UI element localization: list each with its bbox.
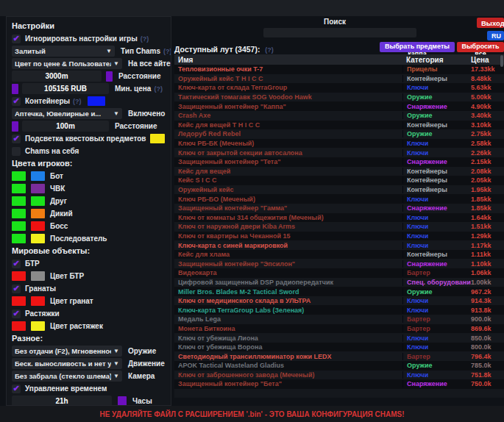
ignore-game-settings-label: Игнорировать настройки игры: [25, 35, 138, 43]
table-row[interactable]: Ледоруб Red Rebel Оружие 2.75kk: [174, 129, 504, 139]
color-swatch-primary[interactable]: [12, 296, 26, 306]
color-swatch-secondary[interactable]: [31, 321, 45, 331]
distance-color-swatch[interactable]: [106, 71, 113, 82]
exit-button[interactable]: Выход: [477, 18, 504, 28]
color-swatch-primary[interactable]: [12, 321, 26, 331]
self-chams-checkbox[interactable]: ✔: [12, 147, 21, 156]
table-row[interactable]: Ключ от медицинского склада в УЛЬТРА Клю…: [174, 296, 504, 306]
distance-input[interactable]: 3000m: [12, 71, 102, 82]
table-row[interactable]: Ключ от наружной двери Kiba Arms Ключи 1…: [174, 222, 504, 232]
color-mode-dropdown[interactable]: Цвет по цене & Пользователь ▼: [12, 58, 122, 69]
table-row[interactable]: Ключ от комнаты 314 общежития (Меченый) …: [174, 213, 504, 223]
table-row[interactable]: Защищенный контейнер "Эпсилон" Снаряжени…: [174, 259, 504, 268]
table-row[interactable]: Ключ-карта TerraGroup Labs (Зеленая) Клю…: [174, 305, 504, 315]
table-row[interactable]: Ключ РБ-БО (Меченый) Ключи 1.85kk: [174, 194, 504, 204]
quest-highlight-color-swatch[interactable]: [150, 134, 165, 143]
color-swatch-secondary[interactable]: [31, 271, 45, 281]
hours-color-swatch[interactable]: [118, 396, 127, 407]
table-row[interactable]: Ключ-карта с синей маркировкой Ключи 1.1…: [174, 240, 504, 250]
min-price-color-swatch[interactable]: [12, 84, 18, 94]
movement-dropdown[interactable]: Беск. выносливость и нет уста ▼: [12, 358, 122, 369]
table-row[interactable]: Кейс S I C C Контейнеры 2.05kk: [174, 176, 504, 185]
table-row[interactable]: Кейс для вещей T H I C C Контейнеры 3.10…: [174, 121, 504, 130]
item-price: 751.8k: [471, 371, 504, 379]
weapon-value: Без отдачи (F2), Мгновенное п: [15, 347, 111, 355]
table-row[interactable]: Ключ от убежища Ворона Ключи 800.0k: [174, 343, 504, 352]
color-swatch-secondary[interactable]: [31, 221, 45, 231]
containers-color-swatch[interactable]: [88, 96, 105, 106]
color-swatch-primary[interactable]: [12, 221, 26, 231]
table-row[interactable]: Ключ от заброшенного завода (Меченый) Кл…: [174, 371, 504, 380]
select-kappa-items-button[interactable]: Выбрать предметы каппа: [380, 42, 455, 52]
header-name[interactable]: Имя: [174, 56, 402, 64]
help-icon[interactable]: (?): [141, 35, 149, 43]
color-swatch-secondary[interactable]: [31, 209, 45, 218]
color-swatch-primary[interactable]: [12, 171, 26, 181]
help-icon[interactable]: (?): [73, 98, 82, 105]
item-price: 1.85kk: [471, 204, 504, 212]
table-row[interactable]: Ключ РБ-БК (Меченый) Ключи 2.58kk: [174, 139, 504, 149]
table-row[interactable]: Кейс для хлама Контейнеры 1.11kk: [174, 250, 504, 260]
min-price-input[interactable]: 105156 RUB: [22, 83, 109, 94]
meds-distance-color-swatch[interactable]: [12, 121, 18, 132]
color-swatch-secondary[interactable]: [31, 184, 45, 193]
table-row[interactable]: Ключ-карта от склада TerraGroup Ключи 5.…: [174, 83, 504, 93]
color-swatch-secondary[interactable]: [31, 171, 45, 181]
table-row[interactable]: Цифровой защищенный DSP радиопередатчик …: [174, 278, 504, 287]
weapon-dropdown[interactable]: Без отдачи (F2), Мгновенное п ▼: [12, 346, 122, 357]
color-swatch-primary[interactable]: [12, 234, 26, 243]
checkbox[interactable]: ✔: [12, 310, 21, 318]
containers-checkbox[interactable]: ✔: [12, 97, 21, 106]
help-icon[interactable]: (?): [163, 48, 171, 55]
table-row[interactable]: Miller Bros. Blades M-2 Tactical Sword О…: [174, 287, 504, 296]
table-row[interactable]: Монета Биткоина Бартер 869.6k: [174, 324, 504, 334]
table-row[interactable]: Оружейный кейс T H I C C Контейнеры 8.48…: [174, 74, 504, 84]
chams-type-dropdown[interactable]: Залитый ▼: [12, 46, 115, 57]
help-icon[interactable]: (?): [265, 46, 274, 54]
table-row[interactable]: Ключ от убежища Лиона Ключи 850.0k: [174, 333, 504, 343]
checkbox[interactable]: ✔: [12, 260, 21, 268]
hours-input[interactable]: 21h: [12, 396, 112, 406]
table-row[interactable]: Оружейный кейс Контейнеры 1.95kk: [174, 185, 504, 195]
table-row[interactable]: Защищенный контейнер "Тета" Снаряжение 2…: [174, 157, 504, 167]
table-row[interactable]: Crash Axe Оружие 3.40kk: [174, 111, 504, 121]
ignore-game-settings-checkbox[interactable]: ✔: [12, 35, 21, 43]
time-control-checkbox[interactable]: ✔: [12, 385, 21, 393]
color-swatch-secondary[interactable]: [31, 234, 45, 243]
color-swatch-primary[interactable]: [12, 271, 26, 281]
scrollbar-thumb[interactable]: [500, 55, 503, 67]
color-swatch-primary[interactable]: [12, 209, 26, 218]
item-name: Ключ от убежища Ворона: [174, 343, 402, 351]
header-price[interactable]: Цена: [471, 56, 504, 64]
table-row[interactable]: Защищенный контейнер "Гамма" Снаряжение …: [174, 204, 504, 213]
quest-highlight-checkbox[interactable]: ✔: [12, 135, 21, 143]
table-row[interactable]: APOK Tactical Wasteland Gladius Оружие 7…: [174, 361, 504, 371]
containers-row: ✔ Контейнеры (?): [12, 96, 166, 107]
checkbox[interactable]: ✔: [12, 285, 21, 293]
table-row[interactable]: Защищенный контейнер "Каппа" Снаряжение …: [174, 101, 504, 111]
drop-all-button[interactable]: Выбросить все: [457, 42, 504, 52]
table-row[interactable]: Ключ от закрытой секции автосалона Ключи…: [174, 148, 504, 157]
meds-dropdown[interactable]: Аптечка, Ювелирные и... ▼: [12, 108, 122, 119]
color-swatch-primary[interactable]: [12, 196, 26, 206]
table-row[interactable]: Медаль Lega Бартер 900.0k: [174, 315, 504, 324]
language-button[interactable]: RU: [487, 31, 504, 40]
color-swatch-secondary[interactable]: [31, 196, 45, 206]
table-row[interactable]: Ключ от квартиры на Чеканной 15 Ключи 1.…: [174, 232, 504, 241]
table-row[interactable]: Тепловизионные очки T-7 Прицелы 17.33kk: [174, 65, 504, 74]
color-swatch-primary[interactable]: [12, 184, 26, 193]
table-row[interactable]: Кейс для вещей Контейнеры 2.08kk: [174, 167, 504, 176]
meds-distance-input[interactable]: 100m: [22, 121, 109, 132]
item-name: Видеокарта: [174, 269, 402, 276]
color-swatch-secondary[interactable]: [31, 296, 45, 306]
help-icon[interactable]: (?): [154, 85, 163, 93]
table-row[interactable]: Тактический томагавк SOG Voodoo Hawk Ору…: [174, 93, 504, 102]
table-row[interactable]: [174, 389, 504, 398]
search-input[interactable]: [263, 28, 416, 37]
table-row[interactable]: Видеокарта Бартер 1.06kk: [174, 268, 504, 278]
table-row[interactable]: Светодиодный трансиллюминатор кожи LEDX …: [174, 351, 504, 361]
camera-dropdown[interactable]: Без забрала (стекло шлема) ▼: [12, 371, 122, 382]
table-row[interactable]: Защищенный контейнер "Бета" Снаряжение 7…: [174, 379, 504, 389]
color-pair-label: Босс: [50, 222, 68, 230]
header-category[interactable]: Категория: [402, 56, 471, 64]
